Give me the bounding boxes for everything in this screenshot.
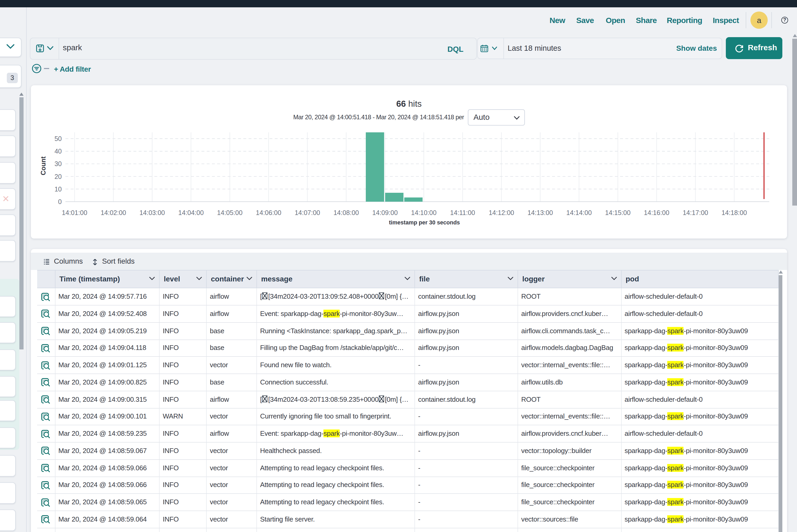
svg-text:14:06:00: 14:06:00 (256, 209, 281, 216)
svg-text:10: 10 (54, 186, 62, 193)
svg-text:14:08:00: 14:08:00 (333, 209, 359, 216)
svg-text:14:16:00: 14:16:00 (644, 209, 669, 216)
svg-text:Count: Count (39, 156, 47, 175)
svg-text:20: 20 (54, 173, 62, 180)
svg-text:14:13:00: 14:13:00 (527, 209, 553, 216)
svg-text:30: 30 (54, 160, 62, 167)
svg-text:14:10:00: 14:10:00 (411, 209, 437, 216)
svg-text:14:04:00: 14:04:00 (178, 209, 204, 216)
svg-text:50: 50 (54, 135, 62, 142)
svg-text:14:01:00: 14:01:00 (62, 209, 87, 216)
svg-text:14:14:00: 14:14:00 (566, 209, 592, 216)
svg-text:14:18:00: 14:18:00 (721, 209, 747, 216)
svg-text:0: 0 (58, 198, 62, 205)
svg-text:14:09:00: 14:09:00 (372, 209, 398, 216)
svg-text:timestamp per 30 seconds: timestamp per 30 seconds (389, 219, 460, 226)
svg-text:14:12:00: 14:12:00 (489, 209, 514, 216)
svg-text:14:15:00: 14:15:00 (605, 209, 631, 216)
svg-text:14:11:00: 14:11:00 (450, 209, 475, 216)
svg-text:14:05:00: 14:05:00 (217, 209, 243, 216)
svg-text:14:03:00: 14:03:00 (140, 209, 165, 216)
svg-text:14:02:00: 14:02:00 (101, 209, 126, 216)
svg-text:14:07:00: 14:07:00 (295, 209, 320, 216)
svg-text:40: 40 (54, 148, 62, 155)
svg-text:14:17:00: 14:17:00 (683, 209, 708, 216)
